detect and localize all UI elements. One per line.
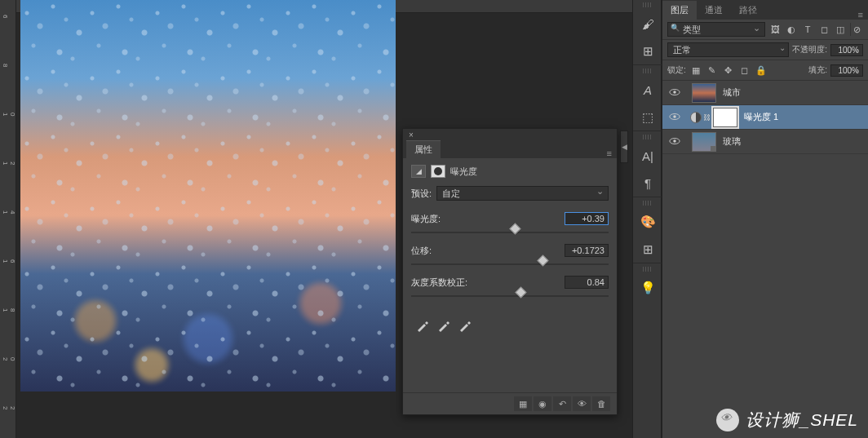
- svg-point-5: [673, 139, 676, 143]
- close-icon[interactable]: ×: [406, 131, 416, 139]
- opacity-input[interactable]: [830, 44, 863, 56]
- lock-label: 锁定:: [667, 64, 686, 76]
- adjustment-icon: ◢: [411, 165, 426, 178]
- svg-point-3: [673, 115, 676, 118]
- 3d-panel-icon[interactable]: ⬚: [633, 104, 662, 131]
- delete-adjustment-icon[interactable]: 🗑: [592, 396, 610, 411]
- filter-type-icon[interactable]: T: [801, 23, 814, 36]
- layer-name-label: 城市: [720, 86, 741, 99]
- tab-paths[interactable]: 路径: [731, 1, 765, 20]
- filter-image-icon[interactable]: 🖼: [768, 23, 782, 36]
- visibility-toggle-icon[interactable]: [666, 136, 677, 148]
- offset-value-input[interactable]: [565, 244, 609, 257]
- opacity-label: 不透明度:: [792, 44, 827, 55]
- ruler-vertical: 6 8 10 12 14 16 18 20 22: [0, 0, 16, 438]
- filter-smartobject-icon[interactable]: ◫: [834, 23, 847, 36]
- exposure-slider[interactable]: [411, 228, 609, 237]
- properties-drag-handle[interactable]: ×: [403, 129, 617, 140]
- mask-link-icon[interactable]: ⛓: [703, 113, 710, 122]
- lock-artboard-icon[interactable]: ◻: [738, 64, 751, 77]
- exposure-value-input[interactable]: [565, 212, 609, 225]
- properties-panel: × 属性 ≡ ◢ 曝光度 预设: 自定 曝光度:: [402, 128, 618, 415]
- panel-expand-toggle[interactable]: ◀: [620, 131, 628, 163]
- filter-shape-icon[interactable]: ◻: [817, 23, 830, 36]
- lock-transparency-icon[interactable]: ▦: [689, 64, 702, 77]
- layer-name-label: 玻璃: [720, 135, 741, 148]
- panel-menu-icon[interactable]: ≡: [602, 148, 617, 158]
- adjustment-type-label: 曝光度: [450, 166, 477, 178]
- reset-icon[interactable]: ↶: [553, 396, 571, 411]
- layer-thumbnail: [692, 132, 716, 152]
- paragraph-panel-icon[interactable]: ¶: [633, 170, 662, 197]
- layer-filter-input[interactable]: [667, 22, 765, 37]
- toggle-visibility-icon[interactable]: 👁: [573, 396, 591, 411]
- filter-toggle-icon[interactable]: ⊘: [850, 23, 863, 36]
- properties-tab[interactable]: 属性: [406, 140, 441, 158]
- eyedropper-gray-icon[interactable]: [437, 319, 450, 332]
- layer-mask-thumbnail: [713, 108, 737, 127]
- fill-input[interactable]: [830, 64, 863, 77]
- grid-panel-icon[interactable]: ⊞: [633, 236, 662, 263]
- layers-panel: 图层 通道 路径 ≡ 🖼 ◐ T ◻ ◫ ⊘ 正常 不透明度: 锁定: ▦ ✎ …: [662, 0, 868, 438]
- color-panel-icon[interactable]: 🎨: [633, 208, 662, 236]
- weibo-icon: [716, 409, 739, 431]
- watermark: 设计狮_SHEL: [716, 409, 858, 431]
- clip-to-layer-icon[interactable]: ▦: [514, 396, 532, 411]
- lock-pixels-icon[interactable]: ✎: [706, 64, 719, 77]
- tab-layers[interactable]: 图层: [662, 1, 697, 20]
- eyedropper-black-icon[interactable]: [416, 319, 429, 332]
- character-panel-icon[interactable]: A: [633, 76, 662, 104]
- layer-item-glass[interactable]: 玻璃: [662, 130, 868, 154]
- svg-point-1: [673, 91, 676, 94]
- canvas-image[interactable]: [20, 0, 396, 392]
- offset-label: 位移:: [411, 245, 432, 257]
- exposure-label: 曝光度:: [411, 213, 441, 225]
- offset-slider[interactable]: [411, 259, 609, 269]
- glyphs-panel-icon[interactable]: A|: [633, 142, 662, 170]
- adjustment-layer-icon: [690, 112, 702, 123]
- layer-name-label: 曝光度 1: [741, 111, 778, 123]
- gamma-label: 灰度系数校正:: [411, 277, 467, 289]
- layer-item-exposure[interactable]: ⛓ 曝光度 1: [662, 105, 868, 130]
- view-previous-icon[interactable]: ◉: [534, 396, 551, 411]
- lock-all-icon[interactable]: 🔒: [755, 64, 768, 77]
- layer-thumbnail: [692, 83, 716, 103]
- swatches-panel-icon[interactable]: ⊞: [633, 38, 662, 65]
- layer-item-city[interactable]: 城市: [662, 81, 868, 105]
- layers-panel-menu-icon[interactable]: ≡: [853, 10, 868, 20]
- visibility-toggle-icon[interactable]: [666, 87, 677, 99]
- tips-panel-icon[interactable]: 💡: [633, 274, 662, 302]
- filter-adjustment-icon[interactable]: ◐: [785, 23, 798, 36]
- tab-channels[interactable]: 通道: [697, 1, 731, 20]
- fill-label: 填充:: [808, 64, 827, 76]
- gamma-slider[interactable]: [411, 291, 609, 301]
- layer-list: 城市 ⛓ 曝光度 1 玻璃: [662, 81, 868, 154]
- collapsed-panel-strip: 🖌 ⊞ A ⬚ A| ¶ 🎨 ⊞ 💡: [632, 0, 662, 438]
- gamma-value-input[interactable]: [565, 276, 609, 289]
- blend-mode-select[interactable]: 正常: [667, 42, 789, 57]
- eyedropper-white-icon[interactable]: [458, 319, 472, 332]
- brush-panel-icon[interactable]: 🖌: [633, 10, 662, 38]
- lock-position-icon[interactable]: ✥: [722, 64, 735, 77]
- visibility-toggle-icon[interactable]: [666, 112, 677, 123]
- mask-icon[interactable]: [431, 165, 445, 178]
- preset-label: 预设:: [411, 188, 432, 200]
- preset-select[interactable]: 自定: [436, 186, 609, 201]
